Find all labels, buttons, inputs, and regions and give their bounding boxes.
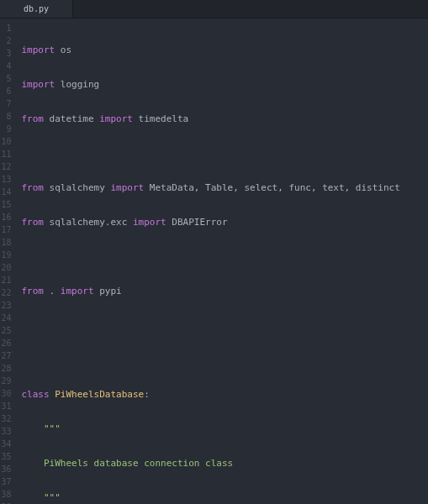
line-number: 27 bbox=[0, 349, 16, 362]
line-number: 18 bbox=[0, 236, 16, 249]
code-line bbox=[21, 250, 428, 263]
editor: 1234567891011121314151617181920212223242… bbox=[0, 18, 428, 504]
line-number: 2 bbox=[0, 34, 16, 47]
code-line bbox=[21, 319, 428, 332]
line-number: 11 bbox=[0, 148, 16, 160]
line-number: 8 bbox=[0, 110, 16, 123]
code-area[interactable]: import os import logging from datetime i… bbox=[16, 18, 428, 504]
line-number: 24 bbox=[0, 312, 16, 324]
code-line: from datetime import timedelta bbox=[21, 113, 428, 125]
line-number-gutter: 1234567891011121314151617181920212223242… bbox=[0, 18, 16, 504]
line-number: 17 bbox=[0, 223, 16, 236]
line-number: 37 bbox=[0, 475, 16, 488]
code-line: from . import pypi bbox=[21, 285, 428, 297]
line-number: 15 bbox=[0, 198, 16, 211]
line-number: 23 bbox=[0, 299, 16, 312]
line-number: 38 bbox=[0, 488, 16, 501]
tab-db-py[interactable]: db.py bbox=[0, 0, 73, 18]
line-number: 26 bbox=[0, 337, 16, 349]
code-line bbox=[21, 147, 428, 160]
line-number: 20 bbox=[0, 261, 16, 274]
code-line: PiWheels database connection class bbox=[21, 457, 428, 470]
line-number: 19 bbox=[0, 249, 16, 261]
line-number: 12 bbox=[0, 160, 16, 173]
line-number: 4 bbox=[0, 60, 16, 72]
code-line: from sqlalchemy.exc import DBAPIError bbox=[21, 216, 428, 228]
tab-bar-filler bbox=[73, 0, 428, 18]
line-number: 33 bbox=[0, 425, 16, 438]
code-line: import logging bbox=[21, 78, 428, 91]
line-number: 31 bbox=[0, 400, 16, 412]
line-number: 34 bbox=[0, 438, 16, 450]
line-number: 10 bbox=[0, 135, 16, 148]
code-line: from sqlalchemy import MetaData, Table, … bbox=[21, 181, 428, 194]
line-number: 6 bbox=[0, 85, 16, 97]
line-number: 9 bbox=[0, 123, 16, 135]
code-line bbox=[21, 354, 428, 366]
line-number: 16 bbox=[0, 211, 16, 223]
line-number: 32 bbox=[0, 412, 16, 425]
line-number: 28 bbox=[0, 362, 16, 375]
line-number: 39 bbox=[0, 501, 16, 504]
code-line: """ bbox=[21, 491, 428, 504]
line-number: 13 bbox=[0, 173, 16, 186]
line-number: 5 bbox=[0, 72, 16, 85]
line-number: 35 bbox=[0, 450, 16, 463]
line-number: 22 bbox=[0, 286, 16, 299]
line-number: 29 bbox=[0, 375, 16, 387]
code-line: """ bbox=[21, 423, 428, 435]
tab-label: db.py bbox=[24, 4, 49, 13]
line-number: 14 bbox=[0, 186, 16, 198]
line-number: 25 bbox=[0, 324, 16, 337]
line-number: 3 bbox=[0, 47, 16, 60]
line-number: 21 bbox=[0, 274, 16, 286]
tab-bar: db.py bbox=[0, 0, 428, 18]
line-number: 7 bbox=[0, 97, 16, 110]
line-number: 1 bbox=[0, 22, 16, 34]
line-number: 36 bbox=[0, 463, 16, 475]
code-line: class PiWheelsDatabase: bbox=[21, 388, 428, 401]
code-line: import os bbox=[21, 44, 428, 56]
line-number: 30 bbox=[0, 387, 16, 400]
